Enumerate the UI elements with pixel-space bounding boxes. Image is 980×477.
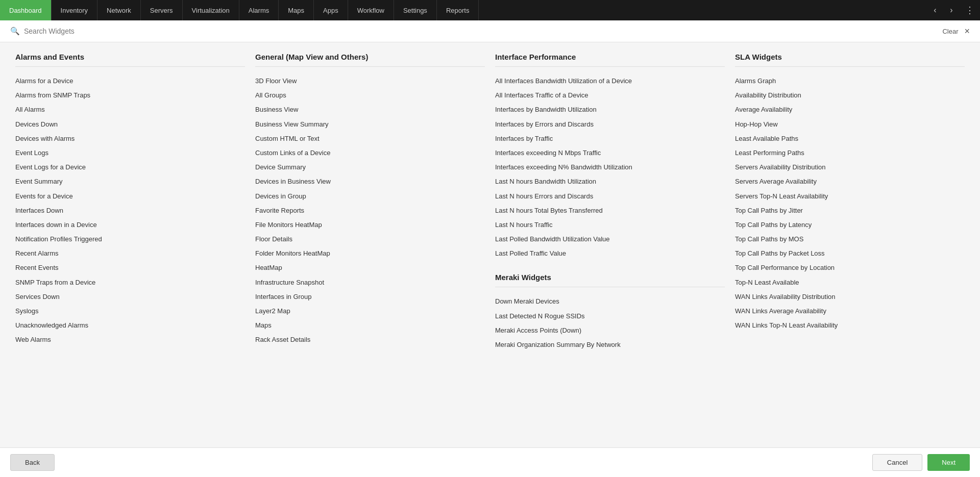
list-item[interactable]: Recent Events — [15, 261, 245, 275]
list-item[interactable]: Last N hours Traffic — [495, 218, 725, 232]
list-item[interactable]: Last N hours Bandwidth Utilization — [495, 174, 725, 189]
list-item[interactable]: Interfaces Down — [15, 204, 245, 218]
nav-item-virtualization[interactable]: Virtualization — [183, 0, 239, 20]
list-item[interactable]: Devices with Alarms — [15, 132, 245, 146]
list-item[interactable]: File Monitors HeatMap — [255, 218, 485, 232]
footer-left: Back — [10, 454, 55, 471]
list-item[interactable]: Interfaces exceeding N Mbps Traffic — [495, 146, 725, 160]
nav-item-network[interactable]: Network — [97, 0, 141, 20]
column-header-sla-widgets: SLA Widgets — [735, 53, 965, 67]
widget-list-general: 3D Floor ViewAll GroupsBusiness ViewBusi… — [255, 74, 485, 347]
nav-item-reports[interactable]: Reports — [437, 0, 479, 20]
nav-item-servers[interactable]: Servers — [141, 0, 183, 20]
list-item[interactable]: Unacknowledged Alarms — [15, 318, 245, 333]
nav-right: ‹ › ⋮ — [927, 0, 980, 20]
list-item[interactable]: Last Detected N Rogue SSIDs — [495, 309, 725, 323]
list-item[interactable]: Business View Summary — [255, 117, 485, 132]
list-item[interactable]: Interfaces in Group — [255, 290, 485, 304]
list-item[interactable]: HeatMap — [255, 261, 485, 275]
list-item[interactable]: Alarms for a Device — [15, 74, 245, 88]
list-item[interactable]: Interfaces by Bandwidth Utilization — [495, 103, 725, 117]
nav-item-inventory[interactable]: Inventory — [52, 0, 97, 20]
list-item[interactable]: Interfaces by Errors and Discards — [495, 117, 725, 132]
nav-menu-button[interactable]: ⋮ — [960, 0, 980, 20]
clear-button[interactable]: Clear — [942, 28, 958, 35]
list-item[interactable]: Meraki Access Points (Down) — [495, 323, 725, 338]
list-item[interactable]: WAN Links Top-N Least Availability — [735, 318, 965, 333]
list-item[interactable]: Top-N Least Available — [735, 275, 965, 290]
list-item[interactable]: Services Down — [15, 290, 245, 304]
list-item[interactable]: Last Polled Bandwidth Utilization Value — [495, 232, 725, 246]
list-item[interactable]: Alarms Graph — [735, 74, 965, 88]
list-item[interactable]: Devices in Group — [255, 189, 485, 204]
list-item[interactable]: Top Call Paths by Latency — [735, 218, 965, 232]
list-item[interactable]: All Interfaces Bandwidth Utilization of … — [495, 74, 725, 88]
nav-next-arrow[interactable]: › — [943, 0, 960, 20]
list-item[interactable]: Rack Asset Details — [255, 333, 485, 347]
nav-item-settings[interactable]: Settings — [394, 0, 437, 20]
list-item[interactable]: Servers Availability Distribution — [735, 160, 965, 174]
widget-grid: Alarms and EventsAlarms for a DeviceAlar… — [0, 42, 980, 352]
list-item[interactable]: Down Meraki Devices — [495, 294, 725, 309]
list-item[interactable]: All Alarms — [15, 103, 245, 117]
list-item[interactable]: Notification Profiles Triggered — [15, 232, 245, 246]
list-item[interactable]: Devices in Business View — [255, 174, 485, 189]
list-item[interactable]: Least Performing Paths — [735, 146, 965, 160]
list-item[interactable]: Floor Details — [255, 232, 485, 246]
next-button[interactable]: Next — [927, 454, 970, 471]
list-item[interactable]: Custom Links of a Device — [255, 146, 485, 160]
list-item[interactable]: Device Summary — [255, 160, 485, 174]
nav-item-workflow[interactable]: Workflow — [348, 0, 394, 20]
list-item[interactable]: Last N hours Total Bytes Transferred — [495, 204, 725, 218]
list-item[interactable]: Favorite Reports — [255, 204, 485, 218]
list-item[interactable]: Business View — [255, 103, 485, 117]
nav-item-alarms[interactable]: Alarms — [239, 0, 279, 20]
list-item[interactable]: Event Summary — [15, 174, 245, 189]
nav-prev-arrow[interactable]: ‹ — [927, 0, 943, 20]
list-item[interactable]: Maps — [255, 318, 485, 333]
list-item[interactable]: Layer2 Map — [255, 304, 485, 318]
list-item[interactable]: Web Alarms — [15, 333, 245, 347]
list-item[interactable]: 3D Floor View — [255, 74, 485, 88]
list-item[interactable]: Infrastructure Snapshot — [255, 275, 485, 290]
list-item[interactable]: Event Logs — [15, 146, 245, 160]
list-item[interactable]: Least Available Paths — [735, 132, 965, 146]
list-item[interactable]: WAN Links Availability Distribution — [735, 290, 965, 304]
cancel-button[interactable]: Cancel — [872, 454, 922, 471]
nav-item-apps[interactable]: Apps — [314, 0, 348, 20]
list-item[interactable]: Servers Top-N Least Availability — [735, 189, 965, 204]
list-item[interactable]: Top Call Paths by MOS — [735, 232, 965, 246]
search-input[interactable] — [24, 27, 942, 35]
list-item[interactable]: All Interfaces Traffic of a Device — [495, 88, 725, 103]
column-header-interface-performance: Interface Performance — [495, 53, 725, 67]
back-button[interactable]: Back — [10, 454, 55, 471]
list-item[interactable]: SNMP Traps from a Device — [15, 275, 245, 290]
list-item[interactable]: Interfaces down in a Device — [15, 218, 245, 232]
list-item[interactable]: Folder Monitors HeatMap — [255, 246, 485, 261]
list-item[interactable]: Events for a Device — [15, 189, 245, 204]
list-item[interactable]: Recent Alarms — [15, 246, 245, 261]
list-item[interactable]: Meraki Organization Summary By Network — [495, 338, 725, 352]
list-item[interactable]: Event Logs for a Device — [15, 160, 245, 174]
list-item[interactable]: Average Availability — [735, 103, 965, 117]
list-item[interactable]: Interfaces by Traffic — [495, 132, 725, 146]
nav-item-maps[interactable]: Maps — [279, 0, 314, 20]
list-item[interactable]: Last Polled Traffic Value — [495, 246, 725, 261]
list-item[interactable]: Custom HTML or Text — [255, 132, 485, 146]
list-item[interactable]: Hop-Hop View — [735, 117, 965, 132]
list-item[interactable]: Last N hours Errors and Discards — [495, 189, 725, 204]
list-item[interactable]: Servers Average Availability — [735, 174, 965, 189]
list-item[interactable]: Interfaces exceeding N% Bandwidth Utiliz… — [495, 160, 725, 174]
widget-column-alarms-events: Alarms and EventsAlarms for a DeviceAlar… — [10, 53, 250, 352]
list-item[interactable]: Syslogs — [15, 304, 245, 318]
list-item[interactable]: All Groups — [255, 88, 485, 103]
list-item[interactable]: Top Call Paths by Jitter — [735, 204, 965, 218]
list-item[interactable]: Devices Down — [15, 117, 245, 132]
list-item[interactable]: Availability Distribution — [735, 88, 965, 103]
nav-item-dashboard[interactable]: Dashboard — [0, 0, 52, 20]
list-item[interactable]: WAN Links Average Availability — [735, 304, 965, 318]
close-button[interactable]: × — [964, 27, 970, 36]
list-item[interactable]: Top Call Performance by Location — [735, 261, 965, 275]
list-item[interactable]: Alarms from SNMP Traps — [15, 88, 245, 103]
list-item[interactable]: Top Call Paths by Packet Loss — [735, 246, 965, 261]
